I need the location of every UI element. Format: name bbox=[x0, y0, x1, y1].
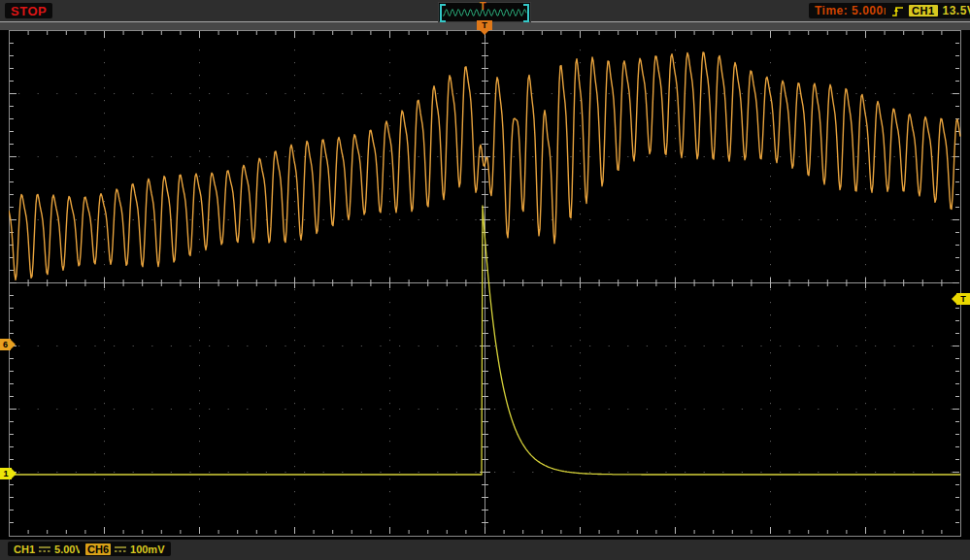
ch6-ground-number: 6 bbox=[3, 340, 8, 349]
ch1-label: CH1 bbox=[14, 544, 35, 555]
rising-edge-trigger-icon bbox=[891, 4, 904, 18]
trigger-readout[interactable]: CH1 13.5V bbox=[886, 3, 970, 18]
run-state-badge[interactable]: STOP bbox=[5, 3, 52, 18]
preview-left-bracket[interactable] bbox=[440, 4, 446, 22]
ch6-ground-marker[interactable]: 6 bbox=[0, 339, 11, 350]
trigger-position-marker[interactable]: T bbox=[477, 20, 492, 30]
ch1-scale-value: 5.00V bbox=[54, 544, 83, 555]
trigger-position-letter: T bbox=[482, 20, 487, 30]
trigger-level-letter: T bbox=[960, 294, 966, 304]
waveform-traces bbox=[9, 30, 961, 537]
ch1-ground-marker[interactable]: 1 bbox=[0, 468, 12, 479]
trigger-level-value: 13.5V bbox=[943, 4, 970, 17]
preview-trigger-marker[interactable]: T bbox=[475, 0, 490, 12]
dc-coupling-icon bbox=[115, 545, 126, 553]
ch6-label: CH6 bbox=[85, 544, 111, 555]
dc-coupling-icon bbox=[39, 545, 50, 553]
preview-right-bracket[interactable] bbox=[523, 4, 529, 22]
ch6-scale-value: 100mV bbox=[130, 544, 164, 555]
ch1-scale-badge[interactable]: CH1 5.00V bbox=[8, 542, 88, 556]
trigger-level-marker[interactable]: T bbox=[956, 293, 970, 305]
ch6-scale-badge[interactable]: CH6 100mV bbox=[80, 542, 171, 556]
ch1-ground-number: 1 bbox=[3, 469, 8, 478]
trigger-source-chip: CH1 bbox=[909, 5, 938, 16]
